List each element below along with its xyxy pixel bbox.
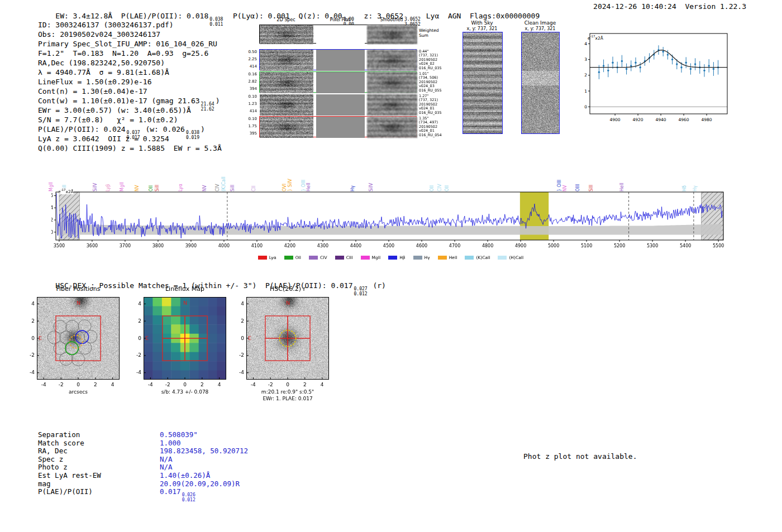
- match-table-row-6: mag20.09(20.09,20.09)R: [38, 480, 248, 488]
- spec2d-row-3-smoothed-image: [367, 94, 417, 116]
- match-value-7: 0.017: [160, 487, 181, 496]
- spec2d-row-1-left-label-2: 414: [244, 64, 257, 69]
- cutout-hsc-ytick-4: 4: [233, 301, 244, 306]
- spec2d-row-4-2d-image: [260, 117, 313, 138]
- spec2d-row-0-pixelflat: [316, 25, 365, 44]
- match-label-6: mag: [38, 480, 160, 488]
- cutout-fiber-xtick-4: 4: [107, 382, 118, 387]
- spec2d-row-2: [259, 71, 417, 93]
- header-classification-flags: Lyα AGN Flags:0x00000009: [422, 12, 540, 20]
- legend-item-4: MgII: [361, 255, 381, 260]
- spec2d-row-3-pixelflat: [316, 94, 365, 116]
- legend-label-2: CIV: [320, 255, 327, 260]
- spec2d-row-1-2d-image: [260, 50, 313, 71]
- cutout-hsc-caption1: m:20.1 re:0.9" s:0.5": [232, 389, 344, 395]
- svg-text:3600: 3600: [87, 243, 98, 248]
- cutout-hsc-ytick-2: 2: [233, 318, 244, 324]
- spec2d-col-header-2dspec: 2D Spec: [259, 17, 313, 22]
- info-line-8: Cont(w) = 1.10(±0.01)e-17 (gmag 21.6321.…: [38, 96, 222, 106]
- header-datetime-version: 2024-12-26 10:40:24 Version 1.22.3: [593, 2, 746, 11]
- zoom-spectrum-chart: 4900492049404960498001234: [580, 29, 732, 130]
- cutout-fiber-overlay: NE: [37, 297, 120, 380]
- cutout-lineflux-xtick--4: -4: [145, 382, 156, 387]
- spec2d-row-4: [259, 116, 417, 137]
- svg-text:0: 0: [51, 230, 53, 235]
- elixer-report-page: EW: 3.4±12.8Å P(LAE)/P(OII): 0.0180.0380…: [0, 0, 782, 532]
- spec2d-row-4-left-label-0: 0.10: [244, 117, 257, 121]
- spec2d-row-4-left-label-2: 395: [244, 131, 257, 136]
- cutout-hsc-ytick--4: -4: [233, 370, 244, 375]
- match-table-row-1: Match score1.000: [38, 439, 248, 448]
- spec2d-row-1-pixelflat: [316, 50, 365, 71]
- svg-text:4000: 4000: [218, 243, 230, 248]
- match-label-4: Photo z: [38, 463, 160, 472]
- svg-text:1: 1: [584, 89, 587, 94]
- cutout-hsc-xtick-2: 2: [299, 382, 311, 387]
- svg-text:4700: 4700: [449, 243, 460, 248]
- detection-info-block: ID: 3003246137 (3003246137.pdf)Obs: 2019…: [38, 20, 222, 153]
- info-line-9: EWr = 3.00(±0.57) (w: 3.40(±0.65))Å: [38, 106, 222, 115]
- legend-item-0: Lyα: [258, 255, 276, 260]
- clean-xy: x, y: 737, 321: [512, 26, 568, 31]
- info-line-1: Obs: 20190502v024_3003246137: [38, 30, 222, 39]
- legend-label-8: (K)CaII: [476, 255, 490, 260]
- legend-item-2: CIV: [309, 255, 327, 260]
- match-value-2: 198.823458, 50.920712: [160, 447, 248, 455]
- svg-text:3700: 3700: [120, 243, 131, 248]
- svg-text:6: 6: [51, 193, 53, 198]
- match-value-0: 0.508039": [160, 430, 198, 439]
- svg-text:4100: 4100: [251, 243, 263, 248]
- spec2d-row-4-smoothed-image: [367, 117, 417, 138]
- svg-text:4: 4: [51, 205, 53, 210]
- svg-text:4800: 4800: [482, 243, 493, 248]
- fiber-positions-cutout: Fiber PositionsNE-4-4-2-2002244arcsecs: [22, 282, 134, 408]
- weighted-sum-label: Weighted Sum: [419, 28, 439, 38]
- legend-label-4: MgII: [372, 255, 381, 260]
- svg-text:4: 4: [584, 41, 587, 46]
- svg-text:4600: 4600: [416, 243, 427, 248]
- cutout-hsc-xtick--2: -2: [265, 382, 276, 387]
- cutout-hsc-plot: NE: [246, 297, 329, 380]
- cutout-lineflux-ytick--2: -2: [130, 352, 141, 358]
- cutout-lineflux-xtick-2: 2: [197, 382, 208, 387]
- info-line-4: RA,Dec (198.823242,50.920750): [38, 58, 222, 68]
- match-table-row-2: RA, Dec198.823458, 50.920712: [38, 447, 248, 456]
- match-table-row-4: Photo zN/A: [38, 463, 248, 472]
- info-line-0: ID: 3003246137 (3003246137.pdf): [38, 20, 222, 30]
- legend-swatch-6: [413, 256, 422, 260]
- legend-label-9: (H)CaII: [509, 255, 523, 260]
- spec2d-row-1-smoothed-image: [367, 50, 417, 71]
- svg-text:5300: 5300: [647, 243, 658, 248]
- cutout-lineflux-ytick-2: 2: [130, 318, 141, 324]
- match-value-1: 1.000: [160, 439, 181, 447]
- svg-text:3: 3: [584, 57, 587, 62]
- svg-text:3900: 3900: [185, 243, 197, 248]
- lineflux-map-cutout: Lineflux MapNE-4-4-2-2002244s/b: 4.73 +/…: [129, 282, 241, 408]
- cutout-fiber-ytick--2: -2: [23, 352, 35, 358]
- spec2d-row-3-annotation-4: 016_RU_035: [419, 111, 442, 115]
- info-line-3: F=1.2" T=0.183 N=1.20 A=0.93 g=25.6: [38, 49, 222, 58]
- cutout-fiber-xtick--2: -2: [55, 382, 66, 387]
- clean-image: [521, 32, 560, 134]
- spec2d-row-1-annotation-4: 016_RU_035: [419, 66, 442, 70]
- svg-text:4900: 4900: [515, 243, 526, 248]
- legend-swatch-5: [388, 256, 397, 260]
- withsky-image: [462, 32, 503, 134]
- svg-text:5200: 5200: [614, 243, 625, 248]
- legend-label-7: HeII: [449, 255, 457, 260]
- legend-swatch-8: [465, 256, 474, 260]
- spec2d-row-1-left-label-1: 2.25: [244, 57, 257, 61]
- match-table-row-7: P(LAE)/P(OII)0.0170.0260.012: [38, 488, 248, 496]
- photz-note: Phot z plot not available.: [523, 452, 637, 461]
- svg-text:4200: 4200: [284, 243, 295, 248]
- svg-text:4980: 4980: [702, 117, 712, 122]
- legend-item-5: Hβ: [388, 255, 405, 260]
- svg-text:N: N: [183, 300, 187, 306]
- svg-text:2: 2: [584, 73, 587, 78]
- withsky-xy: x, y: 737, 321: [454, 26, 510, 31]
- legend-swatch-4: [361, 256, 370, 260]
- legend-label-1: OII: [295, 255, 301, 260]
- match-value-5: 1.40(±0.26)Å: [160, 471, 210, 480]
- svg-text:5000: 5000: [548, 243, 559, 248]
- spec2d-row-1-left-label-0: 0.50: [244, 50, 257, 54]
